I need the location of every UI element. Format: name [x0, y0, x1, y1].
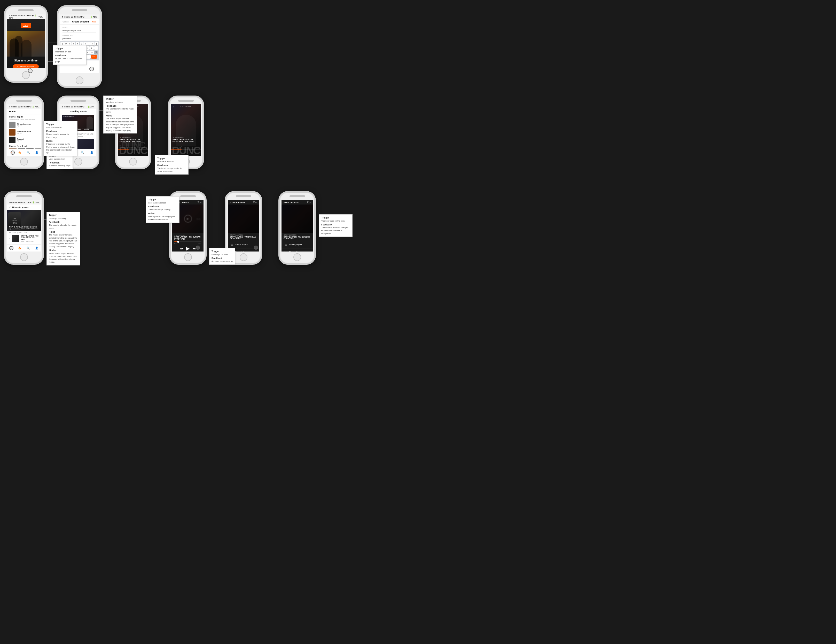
key-t[interactable]: t [76, 42, 79, 46]
play-overlay[interactable]: ▶ [184, 215, 192, 223]
next-button[interactable]: Next [92, 21, 96, 23]
skip-fwd-8[interactable]: ▷▷ [197, 217, 201, 220]
key-p[interactable]: p [95, 42, 98, 46]
key-e[interactable]: e [68, 42, 72, 46]
nav-search-4[interactable]: 🔍 [81, 150, 85, 155]
cursor-9 [254, 246, 258, 250]
login-screen: T-Mobile Wi-Fi 8:10 PM ◆ 🔋 71% 71% [7, 15, 45, 68]
menu-item-start-station-10[interactable]: ▶ Start station [281, 248, 313, 251]
nav-search[interactable]: 🔍 [26, 150, 30, 155]
key-o[interactable]: o [91, 42, 95, 46]
chart-item-3[interactable]: Ambient Top 50 [7, 136, 41, 143]
email-field: EMAIL mail@example.com [62, 27, 96, 33]
trending-title: Trending music [60, 109, 96, 114]
player-more-icon-6[interactable]: ··· [198, 145, 199, 147]
key-q[interactable]: q [60, 42, 64, 46]
player-add-icon[interactable]: + [137, 145, 138, 147]
menu-item-add-playlist-10[interactable]: ☰ Add to playlist [281, 241, 313, 248]
player-like-icon-6[interactable]: ♥ [173, 145, 173, 147]
progress-bar-8[interactable] [174, 241, 201, 242]
home-button-3[interactable] [20, 158, 28, 166]
home-button-5[interactable] [129, 158, 137, 166]
charts-new-hot-title: Charts: New & hot [7, 143, 41, 148]
status-bar-3: T-Mobile Wi-Fi 8:23 PM 🔋71% [7, 104, 41, 109]
status-bar-9: STIFF LAUREN ▽ ··· [228, 200, 259, 204]
password-label: PASSWORD [62, 34, 96, 36]
play-btn[interactable]: ▶ [186, 246, 190, 251]
annotation-repost-checked: Trigger The user taps on the icon Feedba… [319, 214, 353, 237]
player-menu-icon-6[interactable]: ··· [198, 106, 199, 108]
key-l[interactable]: l [94, 46, 98, 50]
list-track-1[interactable]: # STIFF LAUREN - TIM DUNCAN FT NIK VRSI … [7, 234, 41, 243]
key-i[interactable]: i [87, 42, 91, 46]
create-account-header: Cancel Create account Next [60, 19, 99, 24]
player-top-bar-6: ◁ STIFF LAUREN ··· [173, 106, 199, 108]
email-input[interactable]: mail@example.com [62, 29, 96, 33]
key-u[interactable]: u [83, 42, 87, 46]
player-track-info-6: STIFF LAUREN STIFF LAUREN - TIM DUNCAN F… [173, 137, 199, 143]
key-w[interactable]: w [64, 42, 68, 46]
player-menu-icon[interactable]: ··· [145, 106, 147, 108]
key-y[interactable]: y [80, 42, 83, 46]
prev-btn[interactable]: ⏮ [180, 246, 183, 250]
player-more-icon[interactable]: ··· [145, 145, 147, 147]
player-back-icon-6[interactable]: ◁ [173, 106, 174, 108]
v-connector-trending [52, 169, 52, 174]
player-add-icon-6[interactable]: + [189, 145, 190, 147]
player-share-icon[interactable]: ↑ [128, 145, 129, 147]
nav-profile[interactable]: 👤 [34, 150, 39, 155]
chart-thumb-3 [9, 137, 15, 143]
key-r[interactable]: r [72, 42, 75, 46]
key-m[interactable]: m [90, 51, 94, 54]
charts-top50-title: Charts: Top 50 [7, 114, 41, 119]
player-progress-bar[interactable] [118, 149, 148, 150]
home-button-10[interactable] [293, 253, 301, 261]
password-input[interactable]: password [62, 37, 96, 41]
player-progress-6[interactable] [171, 149, 201, 150]
status-bar-2: T-Mobile Wi-Fi 8:19 PM 🔋71% [60, 15, 99, 19]
playlist-icon-10: ☰ [285, 243, 287, 246]
cursor-blink [72, 37, 72, 40]
player-track-info: STIFF LAUREN STIFF LAUREN - TIM DUNCAN F… [119, 137, 147, 143]
context-title-10: STIFF LAUREN STIFF LAUREN - TIM DUNCAN F… [281, 233, 313, 241]
home-header: Home [7, 109, 41, 114]
nav-trending-7[interactable]: 🔥 [18, 246, 22, 250]
cancel-button[interactable]: Cancel [62, 21, 69, 23]
list-hero: TIMDUNCAN New & hot: All music genres Up… [7, 210, 41, 231]
next-btn[interactable]: ⏭ [193, 246, 196, 250]
home-button-9[interactable] [240, 253, 247, 261]
chart-thumb-2 [9, 129, 15, 135]
home-button-4[interactable] [74, 158, 82, 166]
home-button-2[interactable] [76, 77, 83, 84]
back-button-7[interactable]: < [9, 206, 11, 209]
annotation-tap-pause: Trigger user taps on screen Feedback The… [146, 196, 180, 223]
password-field: PASSWORD password [62, 34, 96, 41]
player-progress-fill [118, 149, 129, 150]
key-k[interactable]: k [90, 46, 94, 50]
create-account-title: Create account [69, 20, 92, 23]
chart-item-1[interactable]: All music genres Top 50 [7, 121, 41, 129]
phone-context-checked: STIFF LAUREN ▽ ··· STIFF LAUREN STIFF LA… [278, 191, 316, 265]
list-hero-text: New & hot: All music genres Up-and-comin… [9, 226, 38, 230]
status-bar-4: T-Mobile Wi-Fi 8:23 PM 🔋71% [60, 104, 96, 109]
nav-profile-4[interactable]: 👤 [90, 150, 94, 155]
nav-search-7[interactable]: 🔍 [26, 246, 30, 250]
cursor-3 [11, 150, 15, 155]
player-like-icon[interactable]: ♡ [119, 145, 121, 147]
context-menu-screen: STIFF LAUREN ▽ ··· STIFF LAUREN STIFF LA… [228, 200, 259, 251]
key-backspace[interactable]: ⌫ [94, 51, 98, 54]
station-icon-10: ▶ [285, 251, 287, 251]
charts-subtitle: Hottest pop on SoundCloud this week [7, 119, 41, 121]
home-button-8[interactable] [184, 253, 192, 261]
email-label: EMAIL [62, 27, 96, 28]
context-checked-screen: STIFF LAUREN ▽ ··· STIFF LAUREN STIFF LA… [281, 200, 313, 251]
chart-item-2[interactable]: Alternative Rock Top 50 [7, 129, 41, 136]
player-heart-screen: T-Mobile Wi-Fi 🔋 ◁ STIFF LAUREN ··· STIF… [171, 104, 201, 156]
player-share-icon-6[interactable]: ↑ [181, 145, 182, 147]
nav-trending[interactable]: 🔥 [18, 150, 22, 155]
nav-profile-7[interactable]: 👤 [34, 246, 39, 250]
key-next[interactable]: next [91, 55, 97, 59]
home-button-7[interactable] [20, 253, 28, 261]
home-screen: T-Mobile Wi-Fi 8:23 PM 🔋71% Home Charts:… [7, 104, 41, 156]
create-account-button[interactable]: Create an account [13, 64, 39, 68]
